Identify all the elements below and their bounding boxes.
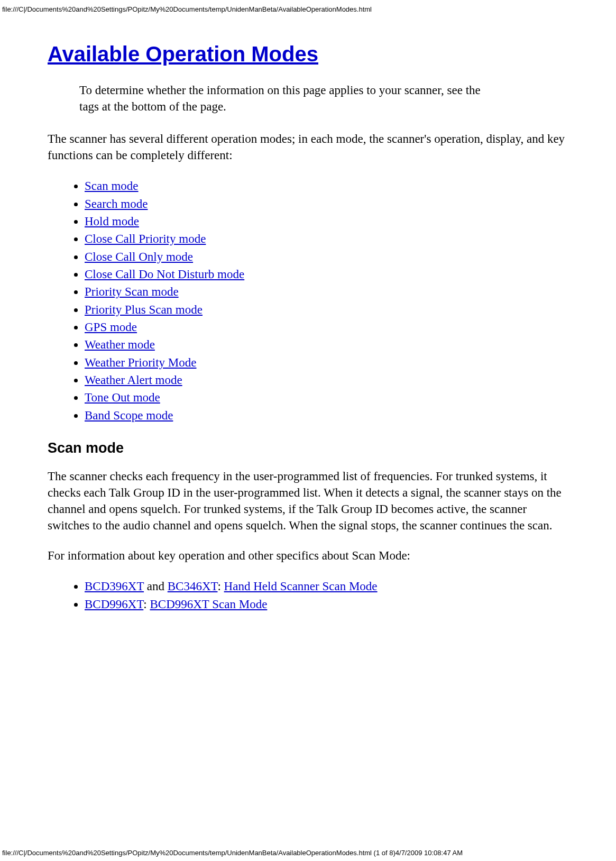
mode-link-weather-priority[interactable]: Weather Priority Mode: [85, 356, 196, 369]
list-item: Hold mode: [85, 213, 568, 230]
list-item: Close Call Only mode: [85, 248, 568, 265]
list-item: Weather mode: [85, 336, 568, 353]
applicability-note: To determine whether the information on …: [79, 82, 481, 115]
list-item: Priority Scan mode: [85, 283, 568, 300]
list-item: Weather Alert mode: [85, 371, 568, 389]
mode-link-priority-scan[interactable]: Priority Scan mode: [85, 285, 179, 298]
list-item: Priority Plus Scan mode: [85, 301, 568, 318]
header-file-path: file:///C|/Documents%20and%20Settings/PO…: [0, 4, 616, 13]
ref-link-handheld-scan-mode[interactable]: Hand Held Scanner Scan Mode: [224, 580, 378, 593]
mode-link-cc-dnd[interactable]: Close Call Do Not Disturb mode: [85, 268, 244, 281]
ref-link-bc346xt[interactable]: BC346XT: [168, 580, 218, 593]
list-item: Scan mode: [85, 177, 568, 195]
scan-mode-description: The scanner checks each frequency in the…: [48, 468, 568, 534]
mode-link-search[interactable]: Search mode: [85, 197, 148, 210]
list-item: Band Scope mode: [85, 407, 568, 424]
list-item: Search mode: [85, 195, 568, 213]
mode-link-hold[interactable]: Hold mode: [85, 215, 139, 228]
mode-list: Scan mode Search mode Hold mode Close Ca…: [48, 177, 568, 424]
mode-link-cc-only[interactable]: Close Call Only mode: [85, 250, 193, 263]
mode-link-weather[interactable]: Weather mode: [85, 338, 155, 351]
mode-link-scan[interactable]: Scan mode: [85, 179, 139, 193]
ref-sep-colon: :: [217, 580, 224, 593]
mode-link-priority-plus[interactable]: Priority Plus Scan mode: [85, 303, 203, 316]
ref-link-bcd996xt[interactable]: BCD996XT: [85, 598, 143, 611]
ref-sep-and: and: [144, 580, 168, 593]
mode-link-band-scope[interactable]: Band Scope mode: [85, 409, 173, 422]
scan-mode-refs-intro: For information about key operation and …: [48, 547, 568, 564]
page-container: file:///C|/Documents%20and%20Settings/PO…: [0, 0, 616, 861]
list-item: Weather Priority Mode: [85, 354, 568, 371]
list-item: BCD396XT and BC346XT: Hand Held Scanner …: [85, 578, 568, 595]
document-content: Available Operation Modes To determine w…: [0, 13, 616, 613]
mode-link-cc-priority[interactable]: Close Call Priority mode: [85, 232, 206, 245]
mode-link-tone-out[interactable]: Tone Out mode: [85, 391, 160, 404]
list-item: BCD996XT: BCD996XT Scan Mode: [85, 596, 568, 613]
list-item: Close Call Do Not Disturb mode: [85, 265, 568, 283]
page-title-link[interactable]: Available Operation Modes: [48, 42, 568, 66]
mode-link-gps[interactable]: GPS mode: [85, 320, 137, 334]
ref-sep-colon-2: :: [143, 598, 150, 611]
list-item: GPS mode: [85, 318, 568, 336]
footer-file-path: file:///C|/Documents%20and%20Settings/PO…: [2, 849, 463, 857]
intro-paragraph: The scanner has several different operat…: [48, 131, 568, 163]
ref-link-bcd996xt-scan-mode[interactable]: BCD996XT Scan Mode: [150, 598, 267, 611]
mode-link-weather-alert[interactable]: Weather Alert mode: [85, 373, 182, 387]
section-heading-scan-mode: Scan mode: [48, 440, 568, 456]
list-item: Tone Out mode: [85, 389, 568, 406]
reference-list: BCD396XT and BC346XT: Hand Held Scanner …: [48, 578, 568, 613]
ref-link-bcd396xt[interactable]: BCD396XT: [85, 580, 144, 593]
list-item: Close Call Priority mode: [85, 230, 568, 248]
